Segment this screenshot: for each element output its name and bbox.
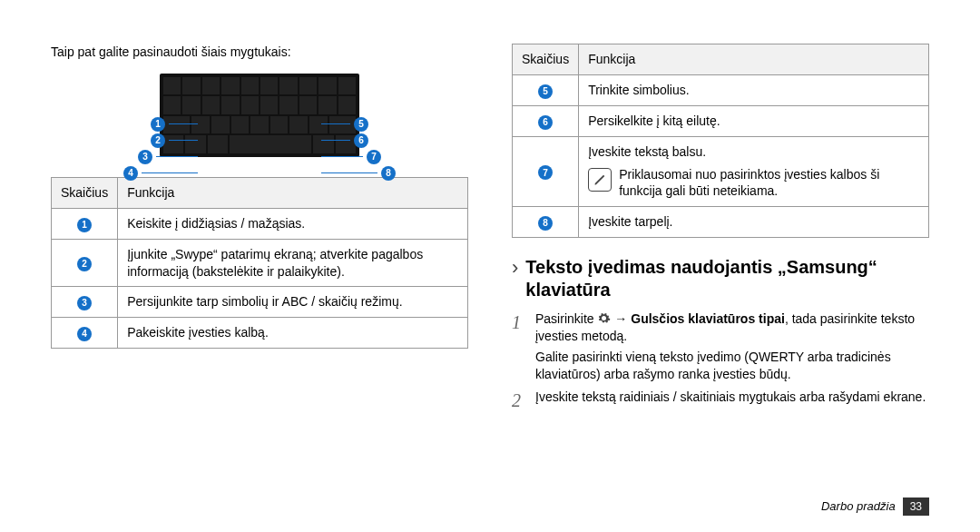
row-text: Įveskite tekstą balsu. Priklausomai nuo … (579, 136, 929, 207)
row-text-main: Įveskite tekstą balsu. (588, 143, 919, 161)
step-1: 1 Pasirinkite → Gulsčios klaviatūros tip… (512, 310, 929, 383)
table-row: 2 Įjunkite „Swype“ patarimų ekraną; atve… (52, 239, 468, 287)
table-row: 3 Persijunkite tarp simbolių ir ABC / sk… (52, 287, 468, 318)
keyboard-illustration: 1 2 3 4 5 6 7 8 (123, 74, 396, 157)
table-row: 8 Įveskite tarpelį. (513, 207, 929, 238)
right-column: Skaičius Funkcija 5 Trinkite simbolius. … (512, 44, 929, 510)
step-extra: Galite pasirinkti vieną teksto įvedimo (… (535, 349, 929, 383)
row-text: Trinkite simbolius. (579, 74, 929, 105)
table-row: 7 Įveskite tekstą balsu. Priklausomai nu… (513, 136, 929, 207)
step-number: 2 (512, 389, 528, 413)
th-function: Funkcija (118, 177, 468, 208)
page-number: 33 (903, 498, 929, 516)
callout-7: 7 (367, 150, 381, 164)
step-body: Pasirinkite → Gulsčios klaviatūros tipai… (535, 310, 929, 383)
intro-text: Taip pat galite pasinaudoti šiais mygtuk… (51, 44, 468, 61)
callout-4: 4 (123, 166, 138, 181)
row-num-2: 2 (77, 257, 92, 271)
table-row: 5 Trinkite simbolius. (513, 74, 929, 105)
row-num-5: 5 (538, 84, 553, 99)
row-num-4: 4 (77, 327, 92, 341)
section-title: Teksto įvedimas naudojantis „Samsung“ kl… (525, 256, 929, 301)
row-num-3: 3 (77, 296, 92, 310)
row-text: Įjunkite „Swype“ patarimų ekraną; atverk… (118, 239, 468, 287)
row-num-1: 1 (77, 218, 92, 232)
table-row: 6 Persikelkite į kitą eilutę. (513, 105, 929, 136)
callout-1: 1 (151, 117, 165, 132)
left-column: Taip pat galite pasinaudoti šiais mygtuk… (51, 44, 468, 510)
right-table: Skaičius Funkcija 5 Trinkite simbolius. … (512, 44, 929, 238)
row-text: Keiskite į didžiąsias / mažąsias. (118, 208, 468, 239)
section-heading: › Teksto įvedimas naudojantis „Samsung“ … (512, 256, 929, 301)
page-footer: Darbo pradžia 33 (821, 498, 929, 516)
row-num-6: 6 (538, 115, 553, 130)
note-icon (588, 168, 612, 192)
note-text: Priklausomai nuo pasirinktos įvesties ka… (619, 166, 919, 201)
th-function: Funkcija (579, 44, 929, 75)
callout-5: 5 (354, 117, 368, 132)
row-text: Persijunkite tarp simbolių ir ABC / skai… (118, 287, 468, 318)
step-bold: Gulsčios klaviatūros tipai (631, 311, 785, 326)
th-number: Skaičius (52, 177, 118, 208)
callout-8: 8 (381, 166, 396, 181)
row-text: Persikelkite į kitą eilutę. (579, 105, 929, 136)
callout-6: 6 (354, 133, 368, 148)
table-row: 4 Pakeiskite įvesties kalbą. (52, 318, 468, 349)
step-number: 1 (512, 310, 528, 383)
chevron-icon: › (512, 258, 518, 278)
footer-section: Darbo pradžia (821, 498, 896, 515)
th-number: Skaičius (513, 44, 579, 75)
callout-2: 2 (151, 133, 165, 148)
row-num-7: 7 (538, 165, 553, 180)
step-body: Įveskite tekstą raidiniais / skaitiniais… (535, 389, 926, 413)
row-num-8: 8 (538, 216, 553, 231)
step-2: 2 Įveskite tekstą raidiniais / skaitinia… (512, 389, 929, 413)
left-table: Skaičius Funkcija 1 Keiskite į didžiąsia… (51, 177, 468, 349)
row-text: Pakeiskite įvesties kalbą. (118, 318, 468, 349)
row-text: Įveskite tarpelį. (579, 207, 929, 238)
table-row: 1 Keiskite į didžiąsias / mažąsias. (52, 208, 468, 239)
callout-3: 3 (138, 150, 152, 164)
gear-icon (597, 311, 611, 325)
